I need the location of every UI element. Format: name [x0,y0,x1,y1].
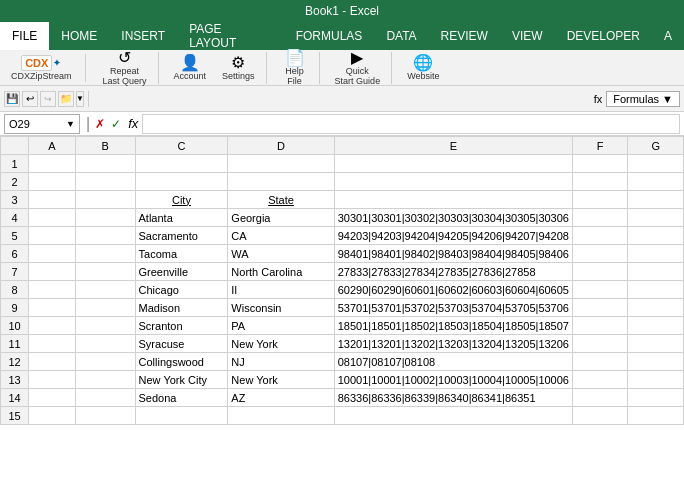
cell-r4c3[interactable]: Georgia [228,209,334,227]
formula-input[interactable] [142,114,680,134]
cell-r2c5[interactable] [572,173,627,191]
cell-r4c1[interactable] [75,209,135,227]
cell-r7c0[interactable] [29,263,76,281]
tab-extra[interactable]: A [652,22,684,50]
cell-r12c5[interactable] [572,353,627,371]
cell-r5c3[interactable]: CA [228,227,334,245]
cell-r7c5[interactable] [572,263,627,281]
tab-data[interactable]: DATA [374,22,428,50]
cell-r12c4[interactable]: 08107|08107|08108 [334,353,572,371]
cell-r6c4[interactable]: 98401|98401|98402|98403|98404|98405|9840… [334,245,572,263]
cancel-formula-icon[interactable]: ✗ [95,117,105,131]
cell-r3c0[interactable] [29,191,76,209]
cell-r14c2[interactable]: Sedona [135,389,228,407]
cell-r2c2[interactable] [135,173,228,191]
help-file-button[interactable]: 📄 HelpFile [275,52,315,84]
cell-r3c3[interactable]: State [228,191,334,209]
cell-r3c1[interactable] [75,191,135,209]
cell-r10c0[interactable] [29,317,76,335]
cell-r11c0[interactable] [29,335,76,353]
cell-r11c2[interactable]: Syracuse [135,335,228,353]
cell-r9c1[interactable] [75,299,135,317]
cell-r7c1[interactable] [75,263,135,281]
cell-r2c6[interactable] [628,173,684,191]
cell-r4c5[interactable] [572,209,627,227]
cell-r10c5[interactable] [572,317,627,335]
cell-r1c5[interactable] [572,155,627,173]
cell-r5c4[interactable]: 94203|94203|94204|94205|94206|94207|9420… [334,227,572,245]
confirm-formula-icon[interactable]: ✓ [111,117,121,131]
cell-r11c3[interactable]: New York [228,335,334,353]
account-button[interactable]: 👤 Account [167,52,214,84]
cell-r12c3[interactable]: NJ [228,353,334,371]
col-header-b[interactable]: B [75,137,135,155]
cell-r15c2[interactable] [135,407,228,425]
cell-r7c6[interactable] [628,263,684,281]
cell-r14c0[interactable] [29,389,76,407]
cell-r10c3[interactable]: PA [228,317,334,335]
cell-r2c4[interactable] [334,173,572,191]
cell-r9c3[interactable]: Wisconsin [228,299,334,317]
cell-r5c0[interactable] [29,227,76,245]
cell-r11c4[interactable]: 13201|13201|13202|13203|13204|13205|1320… [334,335,572,353]
cell-r13c5[interactable] [572,371,627,389]
cell-r10c2[interactable]: Scranton [135,317,228,335]
tab-review[interactable]: REVIEW [429,22,500,50]
cell-reference-box[interactable]: O29 ▼ [4,114,80,134]
col-header-c[interactable]: C [135,137,228,155]
cell-r1c0[interactable] [29,155,76,173]
cell-r15c6[interactable] [628,407,684,425]
cell-r13c0[interactable] [29,371,76,389]
save-icon[interactable]: 💾 [4,91,20,107]
cell-r6c5[interactable] [572,245,627,263]
cell-r14c1[interactable] [75,389,135,407]
cell-r1c1[interactable] [75,155,135,173]
cell-r5c6[interactable] [628,227,684,245]
col-header-g[interactable]: G [628,137,684,155]
cell-r2c1[interactable] [75,173,135,191]
tab-file[interactable]: FILE [0,22,49,50]
tab-insert[interactable]: INSERT [109,22,177,50]
cell-r3c4[interactable] [334,191,572,209]
cell-r8c2[interactable]: Chicago [135,281,228,299]
cell-r14c5[interactable] [572,389,627,407]
cell-r15c4[interactable] [334,407,572,425]
website-button[interactable]: 🌐 Website [400,52,446,84]
cell-r8c0[interactable] [29,281,76,299]
cell-r15c0[interactable] [29,407,76,425]
cell-r12c0[interactable] [29,353,76,371]
col-header-a[interactable]: A [29,137,76,155]
col-header-d[interactable]: D [228,137,334,155]
cell-r7c3[interactable]: North Carolina [228,263,334,281]
cell-r4c6[interactable] [628,209,684,227]
tab-page-layout[interactable]: PAGE LAYOUT [177,22,284,50]
cell-r6c0[interactable] [29,245,76,263]
cell-r13c1[interactable] [75,371,135,389]
cell-r1c6[interactable] [628,155,684,173]
cell-r2c3[interactable] [228,173,334,191]
cell-r14c6[interactable] [628,389,684,407]
cell-r9c6[interactable] [628,299,684,317]
cell-r6c2[interactable]: Tacoma [135,245,228,263]
settings-button[interactable]: ⚙ Settings [215,52,262,84]
cdxzipstream-button[interactable]: CDX ✦ CDXZipStream [4,52,79,84]
cell-r8c5[interactable] [572,281,627,299]
cell-r7c4[interactable]: 27833|27833|27834|27835|27836|27858 [334,263,572,281]
cell-r14c3[interactable]: AZ [228,389,334,407]
redo-icon[interactable]: ↪ [40,91,56,107]
cell-r14c4[interactable]: 86336|86336|86339|86340|86341|86351 [334,389,572,407]
cell-r7c2[interactable]: Greenville [135,263,228,281]
cell-r11c1[interactable] [75,335,135,353]
cell-r6c6[interactable] [628,245,684,263]
cell-r11c6[interactable] [628,335,684,353]
col-header-e[interactable]: E [334,137,572,155]
cell-r4c0[interactable] [29,209,76,227]
cell-r13c6[interactable] [628,371,684,389]
repeat-last-query-button[interactable]: ↺ RepeatLast Query [96,52,154,84]
cell-r10c1[interactable] [75,317,135,335]
cell-r1c4[interactable] [334,155,572,173]
cell-r13c2[interactable]: New York City [135,371,228,389]
cell-r6c3[interactable]: WA [228,245,334,263]
tab-developer[interactable]: DEVELOPER [555,22,652,50]
cell-r8c3[interactable]: Il [228,281,334,299]
